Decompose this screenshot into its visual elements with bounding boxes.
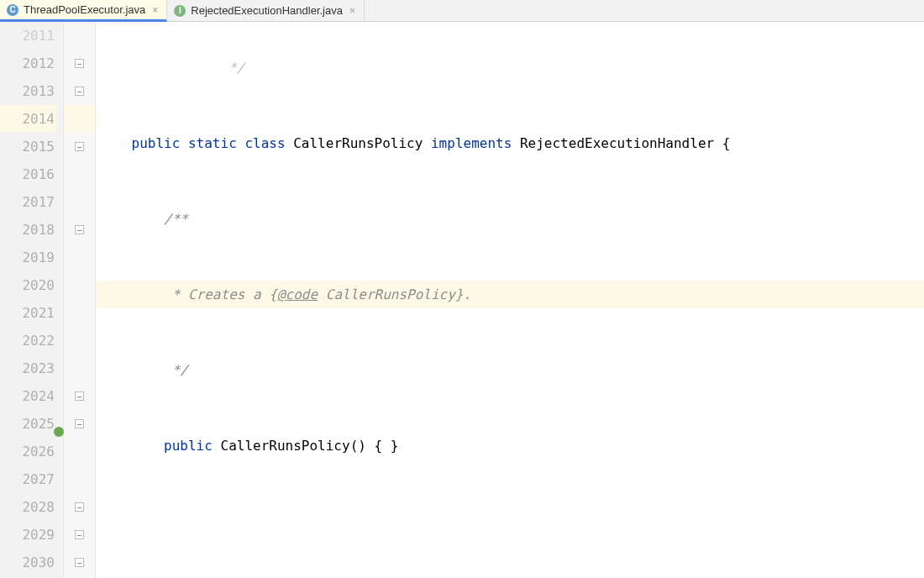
line-number[interactable]: 2025 ↑ (0, 410, 56, 438)
interface-file-icon: I (174, 5, 186, 17)
fold-handle-icon[interactable] (75, 530, 84, 539)
line-number[interactable]: 2019 (0, 244, 56, 271)
tab-label: ThreadPoolExecutor.java (24, 3, 145, 16)
tab-rejectedexecutionhandler[interactable]: I RejectedExecutionHandler.java × (167, 0, 365, 21)
code-line[interactable] (96, 507, 924, 535)
line-number[interactable]: 2020 (0, 271, 56, 299)
line-number[interactable]: 2014 (0, 105, 56, 133)
code-line[interactable]: */ (96, 54, 924, 81)
code-area[interactable]: */ public static class CallerRunsPolicy … (96, 22, 924, 578)
editor-tabs: C ThreadPoolExecutor.java × I RejectedEx… (0, 0, 924, 22)
fold-handle-icon[interactable] (75, 87, 84, 96)
line-number[interactable]: 2012 (0, 50, 56, 77)
class-file-icon: C (7, 4, 18, 16)
fold-gutter (64, 22, 96, 578)
fold-handle-icon[interactable] (75, 558, 84, 567)
code-line[interactable]: */ (96, 356, 924, 384)
tab-label: RejectedExecutionHandler.java (191, 4, 343, 17)
line-number[interactable]: 2030 (0, 549, 56, 576)
fold-handle-icon[interactable] (75, 391, 84, 401)
fold-handle-icon[interactable] (75, 225, 84, 234)
code-line[interactable]: /** (96, 205, 924, 233)
line-number[interactable]: 2015 (0, 133, 56, 160)
code-line[interactable]: * Creates a {@code CallerRunsPolicy}. (96, 281, 924, 308)
line-number[interactable]: 2027 (0, 465, 56, 493)
code-line[interactable]: public CallerRunsPolicy() { } (96, 432, 924, 460)
code-editor[interactable]: 2011 2012 2013 2014 2015 2016 2017 2018 … (0, 22, 924, 578)
line-number[interactable]: 2018 (0, 216, 56, 244)
line-number-gutter: 2011 2012 2013 2014 2015 2016 2017 2018 … (0, 22, 64, 578)
fold-handle-icon[interactable] (75, 419, 84, 428)
fold-handle-icon[interactable] (75, 502, 84, 512)
line-number[interactable]: 2022 (0, 327, 56, 355)
line-number[interactable]: 2029 (0, 521, 56, 549)
line-number[interactable]: 2021 (0, 299, 56, 327)
line-number[interactable]: 2011 (0, 22, 56, 50)
line-number[interactable]: 2024 (0, 382, 56, 410)
line-number[interactable]: 2016 (0, 160, 56, 188)
code-line[interactable]: public static class CallerRunsPolicy imp… (96, 129, 924, 157)
close-icon[interactable]: × (348, 5, 357, 17)
line-number[interactable]: 2026 (0, 438, 56, 465)
line-number[interactable]: 2013 (0, 77, 56, 105)
close-icon[interactable]: × (150, 4, 160, 16)
line-number[interactable]: 2023 (0, 355, 56, 382)
tab-threadpoolexecutor[interactable]: C ThreadPoolExecutor.java × (0, 0, 167, 22)
fold-handle-icon[interactable] (75, 59, 84, 68)
line-number[interactable]: 2028 (0, 493, 56, 521)
fold-handle-icon[interactable] (75, 142, 84, 151)
line-number[interactable]: 2017 (0, 188, 56, 216)
